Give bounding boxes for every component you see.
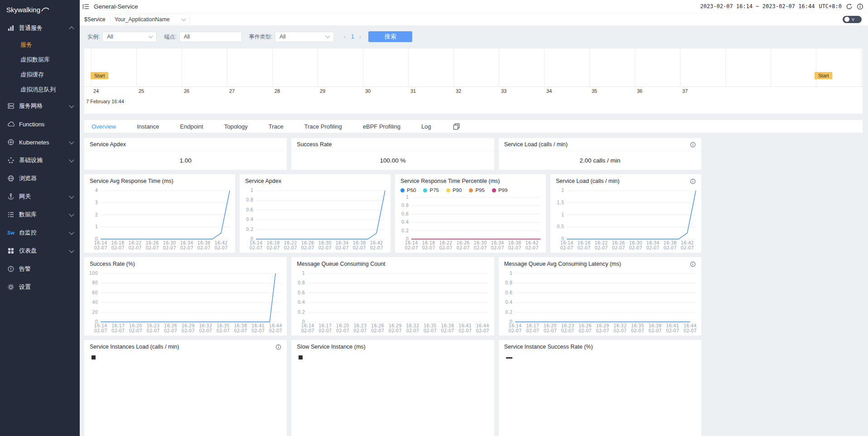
tab-instance[interactable]: Instance	[137, 123, 159, 130]
svg-text:16:35: 16:35	[631, 323, 644, 328]
legend-swatch[interactable]	[299, 355, 303, 359]
logo-text: Skywalking	[6, 6, 40, 14]
refresh-icon[interactable]	[846, 3, 853, 10]
legend-swatch[interactable]	[92, 355, 96, 359]
sidebar-item-label: 虚拟消息队列	[20, 86, 56, 94]
version-toggle[interactable]: V	[843, 16, 862, 23]
sidebar-item-services[interactable]: 服务	[0, 37, 80, 52]
svg-text:2: 2	[561, 188, 564, 193]
legend-item[interactable]: P75	[423, 187, 439, 193]
svg-text:16:34: 16:34	[336, 240, 349, 245]
info-icon[interactable]	[275, 344, 281, 350]
svg-text:02-07: 02-07	[473, 245, 487, 250]
topbar: General-Service 2023-02-07 16:14 ~ 2023-…	[80, 0, 868, 13]
sidebar-item-virtual-cache[interactable]: 虚拟缓存	[0, 67, 80, 82]
tab-trace-profiling[interactable]: Trace Profiling	[304, 123, 342, 130]
legend-swatch[interactable]	[506, 357, 512, 359]
svg-text:02-07: 02-07	[266, 245, 280, 250]
svg-text:16:42: 16:42	[681, 240, 694, 245]
service-mesh-icon	[7, 102, 14, 110]
tab-log[interactable]: Log	[421, 123, 431, 130]
chevron-down-icon	[69, 139, 74, 144]
chevron-down-icon	[69, 157, 74, 162]
sidebar-item-browser[interactable]: 浏览器	[0, 169, 80, 187]
svg-text:02-07: 02-07	[371, 328, 384, 333]
svg-text:02-07: 02-07	[284, 245, 297, 250]
axis-tick: 36	[637, 88, 642, 94]
copy-icon[interactable]	[453, 123, 460, 130]
tab-endpoint[interactable]: Endpoint	[180, 123, 203, 130]
tab-topology[interactable]: Topology	[224, 123, 248, 130]
info-icon[interactable]	[690, 178, 696, 184]
card-response-time-percentile: Service Response Time Percentile (ms) P5…	[395, 174, 546, 253]
tab-ebpf-profiling[interactable]: eBPF Profiling	[363, 123, 400, 130]
legend-label: P99	[498, 187, 507, 193]
sidebar-item-gateway[interactable]: 网关	[0, 187, 80, 206]
legend-item[interactable]: P95	[469, 187, 484, 193]
svg-text:02-07: 02-07	[594, 245, 608, 250]
svg-text:0.2: 0.2	[505, 310, 512, 315]
timezone: UTC+8:0	[819, 3, 842, 10]
svg-text:02-07: 02-07	[129, 328, 142, 333]
legend-label: P90	[453, 187, 462, 193]
endpoint-input[interactable]	[179, 32, 242, 42]
svg-text:0.8: 0.8	[298, 280, 305, 285]
svg-text:02-07: 02-07	[613, 328, 627, 333]
svg-text:02-07: 02-07	[508, 245, 521, 250]
svg-text:4: 4	[95, 188, 98, 193]
sidebar-item-kubernetes[interactable]: Kubernetes	[0, 133, 80, 151]
svg-text:02-07: 02-07	[94, 245, 107, 250]
sidebar-item-general-service[interactable]: 普通服务	[0, 19, 80, 37]
legend-item[interactable]: P50	[400, 187, 416, 193]
dashboard-icon	[7, 247, 14, 254]
legend-item[interactable]: P99	[492, 187, 507, 193]
sidebar-item-dashboards[interactable]: 仪表盘	[0, 242, 80, 260]
sidebar-item-settings[interactable]: 设置	[0, 278, 80, 296]
sidebar-item-database[interactable]: 数据库	[0, 206, 80, 224]
skywalking-logo: Skywalking	[0, 0, 80, 19]
axis-tick: 27	[229, 88, 235, 94]
info-icon[interactable]	[690, 142, 696, 148]
legend-label: P75	[429, 187, 439, 193]
svg-text:16:14: 16:14	[301, 323, 314, 328]
sidebar-item-self-observability[interactable]: Sw 自监控	[0, 224, 80, 242]
event-type-select[interactable]: All	[275, 32, 334, 42]
next-page-icon[interactable]	[359, 33, 362, 40]
svg-text:16:44: 16:44	[476, 323, 489, 328]
sidebar-item-virtual-mq[interactable]: 虚拟消息队列	[0, 82, 80, 97]
sidebar-item-functions[interactable]: Functions	[0, 115, 80, 133]
sidebar-item-virtual-database[interactable]: 虚拟数据库	[0, 52, 80, 67]
svg-text:16:41: 16:41	[251, 323, 265, 328]
svg-text:02-07: 02-07	[335, 245, 348, 250]
axis-tick: 29	[320, 88, 325, 94]
info-icon[interactable]	[857, 3, 863, 10]
sidebar-item-alarm[interactable]: 告警	[0, 260, 80, 278]
tab-trace[interactable]: Trace	[269, 123, 284, 130]
time-range[interactable]: 2023-02-07 16:14 ~ 2023-02-07 16:44	[700, 3, 815, 10]
toggle-knob	[844, 17, 849, 22]
svg-text:0.6: 0.6	[298, 290, 305, 295]
event-start-badge[interactable]: Start	[91, 72, 108, 79]
alarm-icon	[7, 265, 14, 273]
instance-select[interactable]: All	[102, 32, 157, 42]
tab-overview[interactable]: Overview	[92, 123, 116, 130]
card-title: Success Rate (%)	[90, 261, 135, 267]
card-title: Service Response Time Percentile (ms)	[400, 178, 500, 184]
legend-item[interactable]: P90	[446, 187, 462, 193]
percentile-legend: P50P75P90P95P99	[395, 186, 546, 193]
svg-text:16:32: 16:32	[613, 323, 627, 328]
svg-text:02-07: 02-07	[180, 245, 193, 250]
svg-text:02-07: 02-07	[318, 328, 332, 333]
info-icon[interactable]	[690, 261, 696, 267]
current-page[interactable]: 1	[351, 34, 354, 40]
svg-text:02-07: 02-07	[197, 245, 210, 250]
collapse-menu-icon[interactable]	[82, 4, 89, 10]
service-select[interactable]: Your_ApplicationName	[110, 14, 190, 24]
search-button[interactable]: 搜索	[368, 31, 412, 42]
svg-text:16:17: 16:17	[319, 323, 332, 328]
sidebar-item-service-mesh[interactable]: 服务网格	[0, 97, 80, 115]
event-start-badge[interactable]: Start	[815, 72, 832, 79]
prev-page-icon[interactable]	[344, 33, 346, 40]
sidebar-item-infrastructure[interactable]: 基础设施	[0, 151, 80, 169]
event-timeline-plot[interactable]: Start Start	[84, 48, 863, 87]
